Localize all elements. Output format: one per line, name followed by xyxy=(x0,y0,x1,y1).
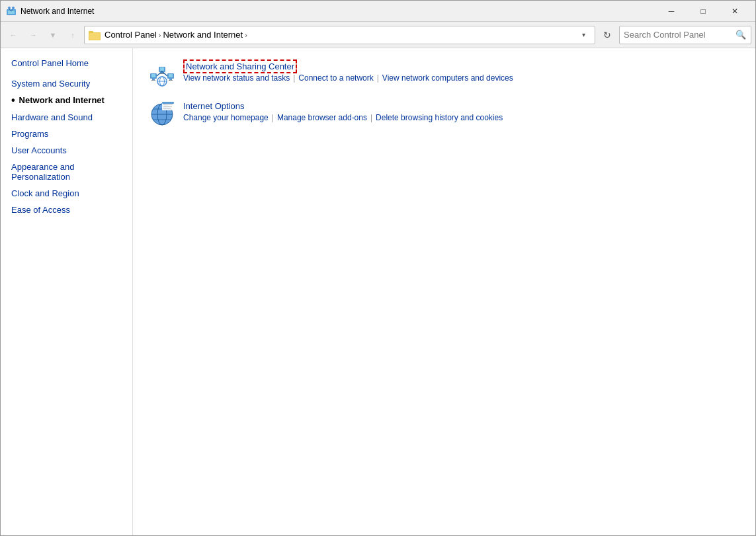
internet-options-details: Internet Options Change your homepage | … xyxy=(183,101,739,122)
sidebar-item-control-panel-home[interactable]: Control Panel Home xyxy=(1,55,132,71)
minimize-button[interactable]: ─ xyxy=(656,1,687,22)
sidebar-item-ease-access[interactable]: Ease of Access xyxy=(1,202,132,218)
view-network-computers-link[interactable]: View network computers and devices xyxy=(382,73,513,83)
view-network-status-link[interactable]: View network status and tasks xyxy=(183,73,290,83)
path-control-panel[interactable]: Control Panel xyxy=(105,30,157,40)
search-box: 🔍 xyxy=(619,26,751,44)
sidebar-item-appearance[interactable]: Appearance and Personalization xyxy=(1,159,132,185)
window-title: Network and Internet xyxy=(21,7,656,16)
internet-options-title[interactable]: Internet Options xyxy=(183,101,245,111)
sidebar: Control Panel Home System and Security N… xyxy=(1,48,133,535)
svg-rect-10 xyxy=(151,74,155,77)
main-area: Control Panel Home System and Security N… xyxy=(1,48,755,535)
address-path: Control Panel › Network and Internet › xyxy=(105,30,576,40)
content-area: Network and Sharing Center View network … xyxy=(133,48,755,535)
network-sharing-icon xyxy=(149,61,175,88)
window-controls: ─ □ ✕ xyxy=(656,1,750,22)
address-dropdown-button[interactable]: ▾ xyxy=(576,26,591,44)
maximize-button[interactable]: □ xyxy=(688,1,718,22)
sidebar-item-hardware-sound[interactable]: Hardware and Sound xyxy=(1,109,132,126)
search-input[interactable] xyxy=(624,30,735,40)
sidebar-item-network-internet[interactable]: Network and Internet xyxy=(1,92,132,109)
sidebar-item-programs[interactable]: Programs xyxy=(1,126,132,142)
internet-options-links: Change your homepage | Manage browser ad… xyxy=(183,113,739,122)
network-sharing-center-item: Network and Sharing Center View network … xyxy=(149,61,739,88)
path-separator-2: › xyxy=(245,31,247,39)
sidebar-item-clock-region[interactable]: Clock and Region xyxy=(1,185,132,202)
svg-rect-15 xyxy=(169,79,172,80)
main-window: Network and Internet ─ □ ✕ ← → ▼ ↑ Contr… xyxy=(0,0,756,536)
up-button[interactable]: ↑ xyxy=(64,26,81,44)
change-homepage-link[interactable]: Change your homepage xyxy=(183,113,269,122)
path-separator-1: › xyxy=(159,31,161,39)
window-icon xyxy=(6,6,17,17)
svg-point-3 xyxy=(12,7,15,9)
title-bar: Network and Internet ─ □ ✕ xyxy=(1,1,755,22)
svg-rect-18 xyxy=(160,67,164,71)
svg-rect-14 xyxy=(169,74,173,77)
back-button[interactable]: ← xyxy=(5,26,22,44)
address-field: Control Panel › Network and Internet › ▾ xyxy=(84,26,595,44)
svg-rect-16 xyxy=(169,80,173,81)
svg-rect-8 xyxy=(89,33,100,40)
internet-options-icon xyxy=(149,101,175,128)
network-sharing-links: View network status and tasks | Connect … xyxy=(183,73,739,83)
svg-point-2 xyxy=(8,7,11,9)
address-bar: ← → ▼ ↑ Control Panel › Network and Inte… xyxy=(1,22,755,48)
svg-rect-11 xyxy=(152,79,155,80)
connect-to-network-link[interactable]: Connect to a network xyxy=(298,73,373,83)
recent-pages-button[interactable]: ▼ xyxy=(44,26,62,44)
search-button[interactable]: 🔍 xyxy=(735,28,747,42)
delete-history-link[interactable]: Delete browsing history and cookies xyxy=(376,113,503,122)
refresh-button[interactable]: ↻ xyxy=(598,26,616,44)
network-sharing-title[interactable]: Network and Sharing Center xyxy=(183,59,297,73)
close-button[interactable]: ✕ xyxy=(720,1,750,22)
sidebar-item-user-accounts[interactable]: User Accounts xyxy=(1,142,132,159)
network-sharing-details: Network and Sharing Center View network … xyxy=(183,61,739,83)
svg-rect-36 xyxy=(162,102,174,104)
folder-icon xyxy=(89,29,101,41)
sidebar-item-system-security[interactable]: System and Security xyxy=(1,75,132,92)
forward-button[interactable]: → xyxy=(24,26,42,44)
path-network-internet[interactable]: Network and Internet xyxy=(163,30,243,40)
svg-rect-12 xyxy=(151,80,155,81)
internet-options-item: Internet Options Change your homepage | … xyxy=(149,101,739,128)
svg-rect-20 xyxy=(160,73,164,74)
manage-addons-link[interactable]: Manage browser add-ons xyxy=(277,113,367,122)
